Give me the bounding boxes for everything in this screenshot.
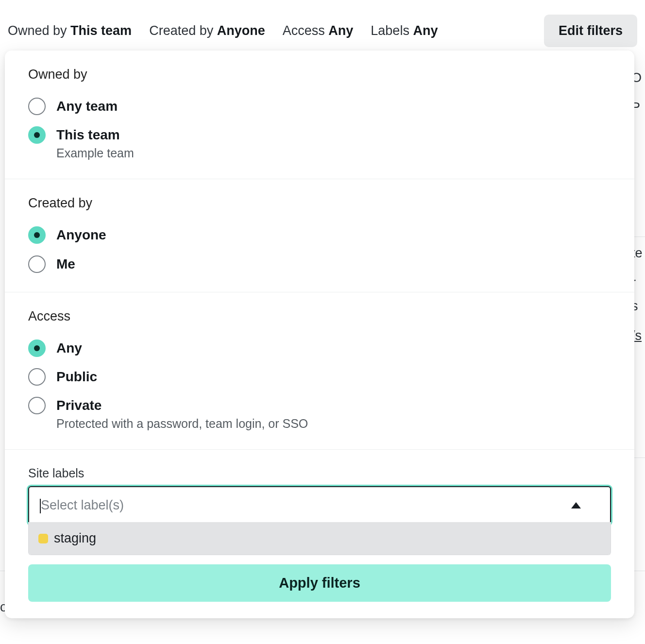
radio-owned-by-this-team[interactable]: This team Example team [28,120,611,165]
radio-label: Anyone [56,225,106,244]
filter-panel: Owned by Any team This team Example team… [5,51,634,618]
filter-created-by[interactable]: Created by Anyone [149,23,265,38]
filter-created-by-value: Anyone [217,23,265,38]
radio-owned-by-any-team[interactable]: Any team [28,92,611,120]
filter-labels[interactable]: Labels Any [371,23,438,38]
section-title-owned-by: Owned by [28,67,611,82]
radio-label: Me [56,254,75,273]
chevron-up-icon[interactable] [571,502,581,508]
radio-label: Public [56,367,97,386]
apply-filters-button[interactable]: Apply filters [28,564,611,602]
section-site-labels: Site labels Select label(s) staging [5,450,634,525]
radio-label: This team [56,125,134,144]
site-labels-placeholder: Select label(s) [41,498,124,513]
site-labels-select-wrap: Select label(s) staging [28,486,611,525]
radio-sublabel: Protected with a password, team login, o… [56,417,308,431]
filter-access[interactable]: Access Any [283,23,354,38]
radio-sublabel: Example team [56,146,134,160]
radio-icon [28,126,46,144]
filter-access-label: Access [283,23,325,38]
filter-access-value: Any [328,23,353,38]
filter-owned-by-value: This team [70,23,132,38]
section-created-by: Created by Anyone Me [5,179,634,292]
radio-label: Any [56,339,82,357]
label-option-staging[interactable]: staging [29,522,611,555]
radio-icon [28,226,46,244]
section-title-created-by: Created by [28,196,611,211]
radio-created-by-me[interactable]: Me [28,250,611,278]
filter-labels-value: Any [413,23,438,38]
label-color-swatch-icon [38,534,48,543]
site-labels-dropdown: staging [28,522,611,555]
radio-icon [28,339,46,357]
radio-icon [28,255,46,273]
section-access: Access Any Public Private Protected with… [5,292,634,450]
text-cursor-icon [40,499,41,513]
radio-icon [28,397,46,414]
radio-access-private[interactable]: Private Protected with a password, team … [28,391,611,436]
radio-access-public[interactable]: Public [28,362,611,391]
filter-owned-by-label: Owned by [8,23,67,38]
filter-owned-by[interactable]: Owned by This team [8,23,132,38]
radio-label: Any team [56,97,118,116]
section-title-site-labels: Site labels [28,466,611,480]
radio-created-by-anyone[interactable]: Anyone [28,220,611,249]
radio-icon [28,98,46,115]
filter-labels-label: Labels [371,23,409,38]
label-option-text: staging [54,531,96,546]
edit-filters-button[interactable]: Edit filters [544,15,637,47]
radio-label: Private [56,396,308,415]
radio-access-any[interactable]: Any [28,334,611,362]
radio-icon [28,368,46,386]
site-labels-select[interactable]: Select label(s) [28,486,611,525]
section-title-access: Access [28,309,611,324]
filter-created-by-label: Created by [149,23,213,38]
section-owned-by: Owned by Any team This team Example team [5,51,634,179]
